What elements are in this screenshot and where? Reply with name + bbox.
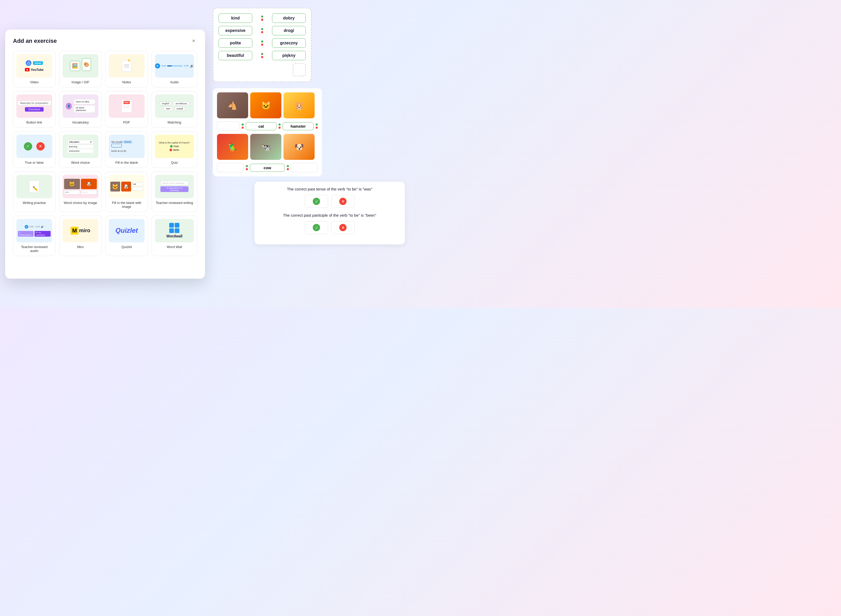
card-wordwall[interactable]: Wordwall Word Wall <box>151 216 197 256</box>
card-label-audio: Audio <box>170 80 179 84</box>
card-label-teacher-writing: Teacher-reviewed writing <box>156 201 193 205</box>
svg-marker-0 <box>27 62 30 64</box>
card-preview-miro: M miro <box>63 219 98 242</box>
card-preview-fill-blank: We usually (have) lunch at 12:30. <box>109 135 145 158</box>
x-icon-2: ✕ <box>339 224 346 231</box>
card-vocabulary[interactable]: 👤 have no idea не мати уявлення Vocabula… <box>59 91 102 128</box>
add-exercise-modal: Add an exercise × vimeo YouTube <box>5 29 205 279</box>
miro-logo-icon: M miro <box>70 227 90 235</box>
trwa-btns: ↩ Переслухати ⮕ На перевірку <box>18 231 51 237</box>
card-true-false[interactable]: ✓ ✕ True or false <box>13 131 56 168</box>
pen-icon: ✏️ <box>32 186 38 192</box>
button-link-label-preview: Materials for preparation <box>18 101 51 106</box>
card-fill-blank-image[interactable]: 🐱 🐶 cat Fill in the blank with image <box>106 172 148 212</box>
pdf-icon: PDF <box>122 100 132 113</box>
card-label-quiz: Quiz <box>171 161 178 164</box>
quiz-opt-berlin-label: Berlin <box>173 149 179 151</box>
dot-green-a1 <box>242 123 244 126</box>
true-icon: ✓ <box>24 142 32 151</box>
trw-input-box: Введіть свою відповідь... <box>160 181 188 185</box>
card-image-gif[interactable]: 🖼️ 🎨 Image / GIF <box>59 51 102 88</box>
trwa-submit-btn: ⮕ На перевірку <box>35 231 50 237</box>
dot-green-3 <box>261 41 263 43</box>
card-teacher-audio[interactable]: ▶ 0:00 0:25 🔊 ↩ Переслухати ⮕ На перевір… <box>13 216 56 256</box>
card-video[interactable]: vimeo YouTube Video <box>13 51 56 88</box>
quiz-opt-paris-label: Paris <box>174 145 179 148</box>
fibimage-photo-1: 🐱 <box>110 182 120 192</box>
card-pdf[interactable]: PDF PDF <box>106 91 148 128</box>
card-preview-video: vimeo YouTube <box>16 54 52 78</box>
quiz-answer-true-2[interactable]: ✓ <box>305 221 328 234</box>
card-button-link[interactable]: Materials for preparation Download Butto… <box>13 91 56 128</box>
card-preview-image-gif: 🖼️ 🎨 <box>63 54 98 78</box>
animal-divider-2 <box>279 123 280 129</box>
match-tag-ukrainian: англійська <box>173 101 189 106</box>
match-word-kind: kind <box>219 13 252 23</box>
card-miro[interactable]: M miro Miro <box>59 216 102 256</box>
close-button[interactable]: × <box>190 37 197 45</box>
modal-header: Add an exercise × <box>13 37 197 45</box>
card-preview-audio: ▶ 0:18 0:25 🔊 <box>155 54 194 78</box>
wcimg-select-label-1: cat ▾ <box>65 191 69 193</box>
card-label-image-gif: Image / GIF <box>72 80 90 84</box>
animal-labels-row2: cow <box>217 163 318 172</box>
trw-submit-btn: ⮕ Відправити на перевірку <box>160 186 188 192</box>
dot-red-a5 <box>287 168 289 170</box>
match-tag-english: english <box>160 101 172 106</box>
wcimg-photo-1: 🐱 <box>64 179 80 189</box>
animal-img-parrot: 🦜 <box>217 134 248 160</box>
wordwall-text-label: Wordwall <box>166 234 182 238</box>
card-writing[interactable]: ✏️ Writing practise <box>13 172 56 212</box>
card-label-teacher-audio: Teacher-reviewed audio <box>16 245 52 253</box>
vimeo-icon: vimeo <box>33 61 43 65</box>
drive-icon <box>26 60 31 66</box>
dot-green-a5 <box>287 165 289 167</box>
card-preview-pdf: PDF <box>109 94 145 118</box>
trwa-time-end: 0:25 <box>35 226 40 228</box>
match-row-1: english англійська <box>160 101 189 106</box>
dot-red-4 <box>261 56 263 58</box>
card-label-pdf: PDF <box>123 120 130 124</box>
animal-divider-3 <box>316 123 318 129</box>
pdf-lines <box>123 106 131 108</box>
card-preview-word-choice: education ▾ learning instruction <box>63 135 98 158</box>
card-preview-vocabulary: 👤 have no idea не мати уявлення <box>63 94 98 118</box>
card-fill-blank[interactable]: We usually (have) lunch at 12:30. Fill i… <box>106 131 148 168</box>
empty-drop-slot[interactable] <box>293 63 306 76</box>
card-teacher-writing[interactable]: Введіть свою відповідь... ⮕ Відправити н… <box>151 172 197 212</box>
dot-red-3 <box>261 44 263 45</box>
card-label-fill-blank: Fill in the blank <box>116 161 138 164</box>
card-quizlet[interactable]: Quizlet Quizlet <box>106 216 148 256</box>
pdf-badge: PDF <box>123 101 130 104</box>
quiz-answer-false-2[interactable]: ✕ <box>331 221 355 234</box>
fib-blank <box>112 144 122 147</box>
match-pair-4: beautiful piękny <box>219 51 306 60</box>
card-label-writing: Writing practise <box>23 201 45 205</box>
card-notes[interactable]: Notes <box>106 51 148 88</box>
quiz-answer-true-1[interactable]: ✓ <box>305 195 328 208</box>
card-quiz[interactable]: What is the capital of France? Paris Ber… <box>151 131 197 168</box>
dot-green-1 <box>261 16 263 18</box>
animal-img-horse: 🐴 <box>217 92 248 118</box>
quiz-exercise-panel: The correct past tense of the verb "to b… <box>254 182 405 245</box>
animal-empty-1[interactable] <box>217 122 239 131</box>
wc-option-1: learning <box>68 145 94 148</box>
card-audio[interactable]: ▶ 0:18 0:25 🔊 Audio <box>151 51 197 88</box>
pdf-line-3 <box>123 108 130 108</box>
youtube-play-icon <box>25 68 29 71</box>
quiz-option-paris: Paris <box>170 145 179 148</box>
match-pair-1: kind dobry <box>219 13 306 23</box>
quiz-answer-false-1[interactable]: ✕ <box>331 195 355 208</box>
miro-text-label: miro <box>79 227 90 233</box>
card-matching[interactable]: english англійська new новий Matching <box>151 91 197 128</box>
card-word-choice[interactable]: education ▾ learning instruction Word ch… <box>59 131 102 168</box>
dot-red-a3 <box>316 127 318 129</box>
fib-highlight: (have) <box>123 140 132 144</box>
animal-empty-3[interactable] <box>291 163 318 172</box>
card-word-choice-image[interactable]: 🐱 🐶 cat ▾ select ▾ Word choice by image <box>59 172 102 212</box>
animal-empty-2[interactable] <box>217 163 244 172</box>
dot-green-a2 <box>279 123 280 126</box>
trwa-row-1: ▶ 0:00 0:25 🔊 <box>25 225 44 229</box>
trwa-volume-icon: 🔊 <box>41 225 44 228</box>
x-icon-1: ✕ <box>339 198 346 205</box>
